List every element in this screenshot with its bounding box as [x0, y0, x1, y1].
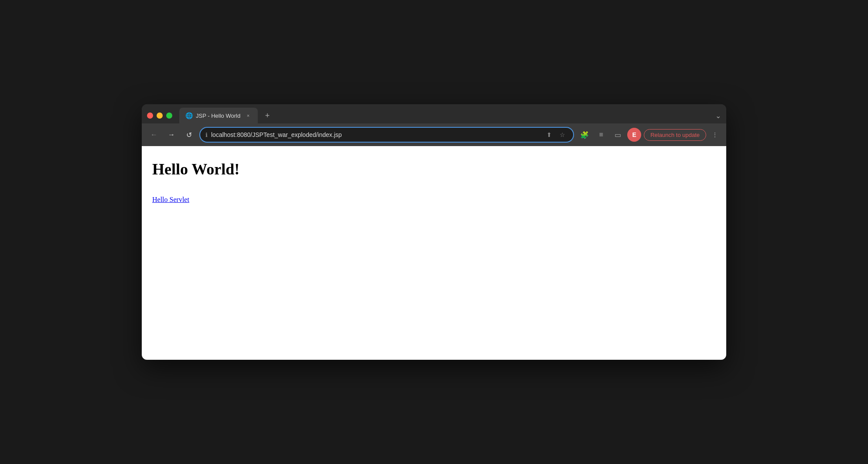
share-button[interactable]: ⬆ [543, 129, 555, 140]
reload-icon: ↺ [186, 131, 192, 139]
minimize-window-button[interactable] [157, 113, 163, 119]
split-view-icon: ▭ [615, 131, 621, 139]
share-icon: ⬆ [547, 131, 552, 138]
toolbar-actions: 🧩 ≡ ▭ E Relaunch to update ⋮ [578, 128, 721, 142]
page-content: Hello World! Hello Servlet [142, 146, 726, 360]
maximize-window-button[interactable] [166, 113, 172, 119]
tab-favicon-icon: 🌐 [185, 112, 192, 119]
split-view-button[interactable]: ▭ [611, 128, 625, 142]
traffic-lights [147, 113, 172, 119]
reload-button[interactable]: ↺ [182, 128, 196, 142]
extensions-button[interactable]: 🧩 [578, 128, 591, 142]
close-window-button[interactable] [147, 113, 153, 119]
tab-close-button[interactable]: × [245, 112, 252, 119]
browser-window: 🌐 JSP - Hello World × + ⌄ ← → ↺ ℹ localh… [142, 104, 726, 360]
new-tab-button[interactable]: + [261, 109, 273, 122]
forward-icon: → [168, 131, 175, 139]
toolbar: ← → ↺ ℹ localhost:8080/JSPTest_war_explo… [142, 123, 726, 146]
menu-icon: ⋮ [712, 131, 718, 138]
page-heading: Hello World! [152, 160, 716, 178]
info-icon: ℹ [205, 132, 208, 138]
tab-bar: 🌐 JSP - Hello World × + ⌄ [142, 104, 726, 123]
forward-button[interactable]: → [164, 128, 178, 142]
tab-search-button[interactable]: ≡ [594, 128, 608, 142]
profile-label: E [632, 131, 636, 138]
tab-title: JSP - Hello World [196, 113, 241, 119]
extensions-icon: 🧩 [580, 131, 589, 139]
menu-button[interactable]: ⋮ [709, 129, 721, 141]
bookmark-icon: ☆ [560, 131, 565, 138]
address-bar[interactable]: ℹ localhost:8080/JSPTest_war_exploded/in… [199, 127, 574, 143]
address-actions: ⬆ ☆ [543, 129, 568, 140]
hello-servlet-link[interactable]: Hello Servlet [152, 196, 189, 203]
bookmark-button[interactable]: ☆ [557, 129, 568, 140]
back-button[interactable]: ← [147, 128, 161, 142]
relaunch-label: Relaunch to update [650, 132, 700, 138]
address-text: localhost:8080/JSPTest_war_exploded/inde… [211, 131, 540, 138]
tab-search-icon: ≡ [599, 131, 603, 139]
tab-bar-chevron[interactable]: ⌄ [715, 112, 721, 120]
relaunch-button[interactable]: Relaunch to update [644, 129, 706, 141]
active-tab[interactable]: 🌐 JSP - Hello World × [179, 108, 258, 123]
profile-button[interactable]: E [627, 128, 641, 142]
back-icon: ← [150, 131, 157, 139]
